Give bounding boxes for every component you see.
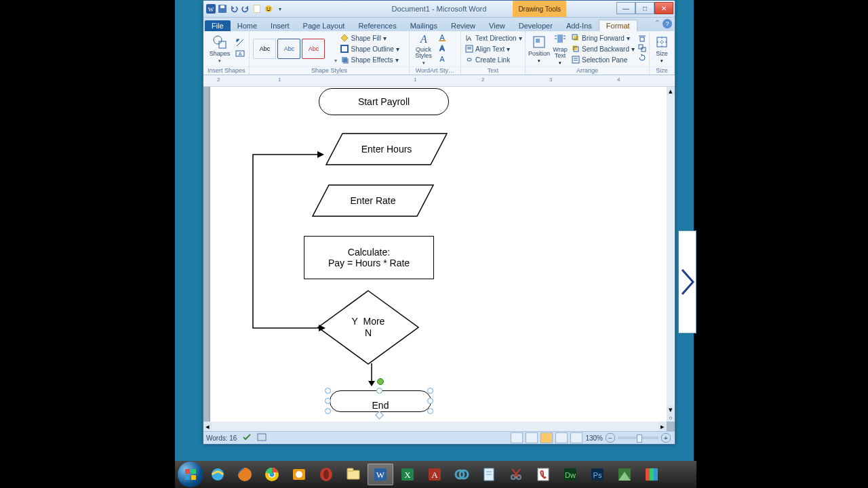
rotate-icon[interactable] xyxy=(638,54,646,63)
firefox-icon[interactable] xyxy=(232,464,258,485)
macro-icon[interactable] xyxy=(257,433,267,443)
app-icon-1[interactable] xyxy=(449,464,475,485)
maximize-button[interactable]: □ xyxy=(635,2,654,14)
tab-insert[interactable]: Insert xyxy=(264,20,296,31)
shapes-button[interactable]: Shapes ▾ xyxy=(206,33,233,65)
notepad-icon[interactable] xyxy=(476,464,502,485)
qat-dropdown-icon[interactable]: ▾ xyxy=(275,4,285,14)
text-effects-icon[interactable]: A xyxy=(437,54,447,65)
title-bar[interactable]: W ▾ Document1 - Microsoft Word Drawing T… xyxy=(203,1,675,18)
minimize-button[interactable]: — xyxy=(616,2,635,14)
tab-review[interactable]: Review xyxy=(444,20,482,31)
scroll-up-icon[interactable]: ▴ xyxy=(667,87,675,95)
app-icon-3[interactable] xyxy=(639,464,665,485)
flowchart-input-rate[interactable]: Enter Rate xyxy=(312,184,434,217)
tab-view[interactable]: View xyxy=(482,20,512,31)
emoji-icon[interactable] xyxy=(264,4,273,14)
browse-object-icon[interactable]: ○ xyxy=(667,413,675,422)
selection-pane-button[interactable]: Selection Pane xyxy=(570,54,636,65)
flowchart-input-hours[interactable]: Enter Hours xyxy=(326,133,448,165)
photoshop-icon[interactable]: Ps xyxy=(585,464,610,485)
view-full-screen[interactable] xyxy=(526,432,538,443)
zoom-out-button[interactable]: − xyxy=(606,433,615,443)
tab-references[interactable]: References xyxy=(351,20,403,31)
view-outline[interactable] xyxy=(555,432,568,443)
flowchart-start[interactable]: Start Payroll xyxy=(319,88,449,115)
text-direction-button[interactable]: AText Direction ▾ xyxy=(464,33,524,43)
horizontal-scrollbar[interactable]: ◂ ▸ xyxy=(203,422,667,431)
tab-home[interactable]: Home xyxy=(231,20,264,31)
horizontal-ruler[interactable]: 2 1 1 2 3 4 xyxy=(203,75,675,87)
word-icon[interactable]: W xyxy=(368,464,393,485)
scroll-right-icon[interactable]: ▸ xyxy=(658,422,667,431)
view-draft[interactable] xyxy=(570,432,583,443)
flowchart-arrow-down[interactable] xyxy=(365,363,378,388)
dreamweaver-icon[interactable]: Dw xyxy=(557,464,583,485)
tab-developer[interactable]: Developer xyxy=(512,20,559,31)
shape-effects-button[interactable]: Shape Effects ▾ xyxy=(339,54,400,65)
edit-shape-icon[interactable] xyxy=(235,38,245,49)
create-link-button[interactable]: Create Link xyxy=(464,54,524,65)
align-icon[interactable] xyxy=(638,35,646,44)
word-count[interactable]: Words: 16 xyxy=(206,434,237,442)
shape-fill-button[interactable]: Shape Fill ▾ xyxy=(339,33,400,43)
tab-page-layout[interactable]: Page Layout xyxy=(296,20,352,31)
text-fill-icon[interactable]: A xyxy=(437,33,447,43)
tab-addins[interactable]: Add-Ins xyxy=(559,20,599,31)
zoom-level[interactable]: 130% xyxy=(585,434,603,442)
excel-icon[interactable]: X xyxy=(395,464,420,485)
svg-rect-3 xyxy=(220,5,224,8)
view-print-layout[interactable] xyxy=(511,432,523,443)
app-icon-2[interactable] xyxy=(612,464,637,485)
shape-style-1[interactable]: Abc xyxy=(253,39,276,59)
zoom-slider[interactable] xyxy=(618,436,658,439)
svg-rect-33 xyxy=(572,45,577,50)
tab-format[interactable]: Format xyxy=(599,20,637,31)
minimize-ribbon-icon[interactable]: ⌃ xyxy=(654,19,660,28)
quick-styles-button[interactable]: A Quick Styles ▾ xyxy=(412,33,435,65)
tab-file[interactable]: File xyxy=(205,20,231,31)
scroll-left-icon[interactable]: ◂ xyxy=(203,422,212,431)
close-button[interactable]: ✕ xyxy=(654,2,673,14)
acrobat-icon[interactable] xyxy=(530,464,556,485)
shape-styles-more-icon[interactable]: ▾ xyxy=(334,58,337,64)
shape-style-2[interactable]: Abc xyxy=(277,39,300,59)
group-wordart: WordArt Sty… xyxy=(410,66,460,75)
svg-rect-35 xyxy=(572,56,579,63)
flowchart-end[interactable]: End xyxy=(330,390,431,412)
flowchart-arrow-loop[interactable] xyxy=(248,149,326,333)
scroll-down-icon[interactable]: ▾ xyxy=(667,405,675,413)
text-outline-icon[interactable]: A xyxy=(437,43,447,54)
wrap-text-button[interactable]: Wrap Text▾ xyxy=(552,33,568,65)
position-button[interactable]: Position▾ xyxy=(528,33,550,65)
chrome-icon[interactable] xyxy=(259,464,285,485)
document-page[interactable]: Start Payroll Enter Hours Enter Rate Cal… xyxy=(210,87,667,422)
bring-forward-button[interactable]: Bring Forward ▾ xyxy=(570,33,636,43)
shape-style-3[interactable]: Abc xyxy=(302,39,325,59)
save-icon[interactable] xyxy=(218,4,227,14)
vertical-scrollbar[interactable]: ▴ ▾ ○ xyxy=(667,87,675,422)
access-icon[interactable]: A xyxy=(422,464,448,485)
new-doc-icon[interactable] xyxy=(252,4,262,14)
text-box-icon[interactable]: A xyxy=(235,49,245,60)
outlook-icon[interactable] xyxy=(286,464,312,485)
proofing-icon[interactable] xyxy=(242,433,252,443)
shape-outline-button[interactable]: Shape Outline ▾ xyxy=(339,43,400,54)
snip-icon[interactable] xyxy=(503,464,529,485)
undo-icon[interactable] xyxy=(229,4,239,14)
size-button[interactable]: Size▾ xyxy=(652,33,671,65)
redo-icon[interactable] xyxy=(241,4,250,14)
flowchart-decision-more[interactable]: Y More N xyxy=(317,290,419,365)
zoom-in-button[interactable]: + xyxy=(661,433,671,443)
opera-icon[interactable] xyxy=(313,464,339,485)
view-web-layout[interactable] xyxy=(540,432,553,443)
send-backward-button[interactable]: Send Backward ▾ xyxy=(570,43,636,54)
taskbar[interactable]: W X A Dw Ps xyxy=(175,461,696,488)
group-icon[interactable] xyxy=(638,44,646,54)
align-text-button[interactable]: Align Text ▾ xyxy=(464,43,524,54)
help-icon[interactable]: ? xyxy=(663,19,672,28)
explorer-icon[interactable] xyxy=(340,464,366,485)
tab-mailings[interactable]: Mailings xyxy=(403,20,444,31)
ie-icon[interactable] xyxy=(205,464,231,485)
start-orb[interactable] xyxy=(178,462,203,487)
